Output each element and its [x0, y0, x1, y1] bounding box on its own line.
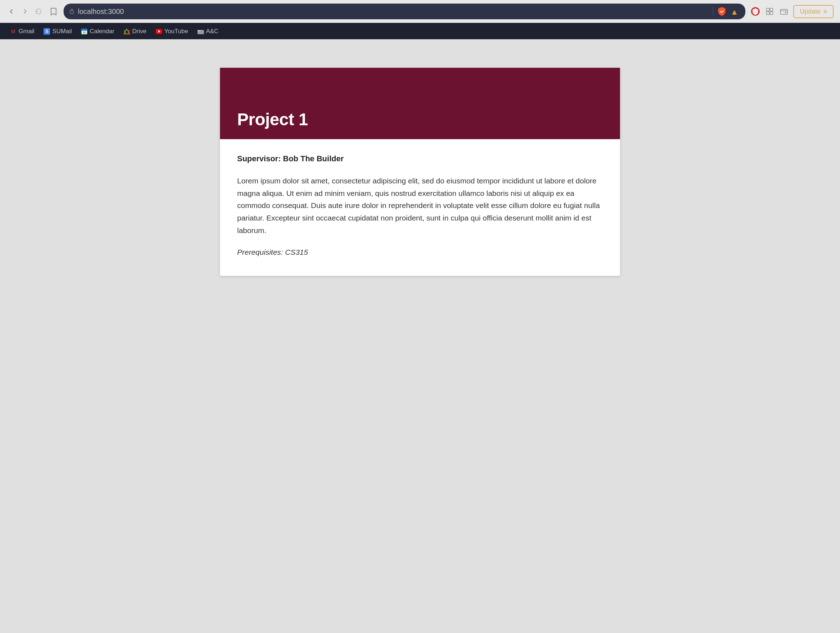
forward-button[interactable]	[20, 6, 30, 16]
svg-rect-2	[766, 8, 769, 11]
supervisor-line: Supervisor: Bob The Builder	[237, 154, 603, 164]
project-header: Project 1	[220, 68, 620, 139]
bookmark-button[interactable]	[49, 6, 58, 16]
prerequisites-line: Prerequisites: CS315	[237, 248, 603, 257]
bookmark-youtube[interactable]: YouTube	[152, 27, 192, 36]
toolbar-right: Update ≡	[750, 5, 834, 18]
alert-icon[interactable]	[730, 8, 740, 15]
bookmark-drive[interactable]: Drive	[120, 27, 150, 36]
bookmark-andc[interactable]: A&C	[194, 27, 222, 36]
browser-chrome: localhost:3000	[0, 0, 840, 39]
wallet-icon[interactable]	[779, 6, 789, 16]
svg-point-7	[785, 12, 786, 13]
bookmarks-bar: M Gmail S SUMail 31 Calendar	[0, 23, 840, 39]
lock-icon	[69, 8, 74, 15]
andc-label: A&C	[206, 28, 219, 35]
back-button[interactable]	[6, 6, 16, 16]
svg-rect-0	[70, 11, 74, 14]
gmail-favicon: M	[10, 28, 16, 35]
update-label: Update	[800, 8, 820, 15]
svg-rect-3	[770, 8, 773, 11]
svg-marker-14	[128, 30, 130, 34]
drive-favicon	[123, 28, 130, 35]
address-bar-text: localhost:3000	[78, 8, 709, 16]
calendar-favicon: 31	[81, 28, 87, 35]
reload-button[interactable]	[33, 6, 44, 16]
project-body: Supervisor: Bob The Builder Lorem ipsum …	[220, 139, 620, 276]
bookmark-calendar[interactable]: 31 Calendar	[77, 27, 118, 36]
svg-text:31: 31	[83, 31, 86, 33]
gmail-label: Gmail	[19, 28, 34, 35]
bookmark-sumail[interactable]: S SUMail	[40, 27, 75, 36]
sumail-label: SUMail	[52, 28, 72, 35]
svg-rect-5	[770, 12, 773, 15]
drive-label: Drive	[132, 28, 147, 35]
browser-toolbar: localhost:3000	[0, 0, 840, 23]
sumail-favicon: S	[44, 28, 50, 35]
calendar-label: Calendar	[90, 28, 114, 35]
brave-icon[interactable]	[750, 6, 760, 16]
svg-rect-19	[197, 30, 201, 31]
youtube-label: YouTube	[164, 28, 188, 35]
youtube-favicon	[156, 28, 162, 35]
project-title: Project 1	[237, 110, 308, 129]
project-description: Lorem ipsum dolor sit amet, consectetur …	[237, 175, 603, 236]
svg-rect-10	[81, 30, 87, 31]
address-bar-divider	[713, 7, 713, 16]
address-bar[interactable]: localhost:3000	[63, 3, 745, 19]
page-content: Project 1 Supervisor: Bob The Builder Lo…	[0, 39, 840, 633]
brave-shield-icon[interactable]	[717, 6, 727, 16]
svg-rect-6	[780, 9, 788, 14]
svg-rect-4	[766, 12, 769, 15]
bookmark-gmail[interactable]: M Gmail	[6, 27, 38, 36]
update-button[interactable]: Update ≡	[793, 5, 834, 18]
andc-favicon	[197, 28, 204, 35]
nav-buttons	[6, 6, 44, 16]
svg-marker-13	[123, 30, 126, 34]
update-menu-icon: ≡	[823, 8, 827, 15]
extensions-icon[interactable]	[765, 6, 775, 16]
project-card: Project 1 Supervisor: Bob The Builder Lo…	[220, 68, 620, 276]
